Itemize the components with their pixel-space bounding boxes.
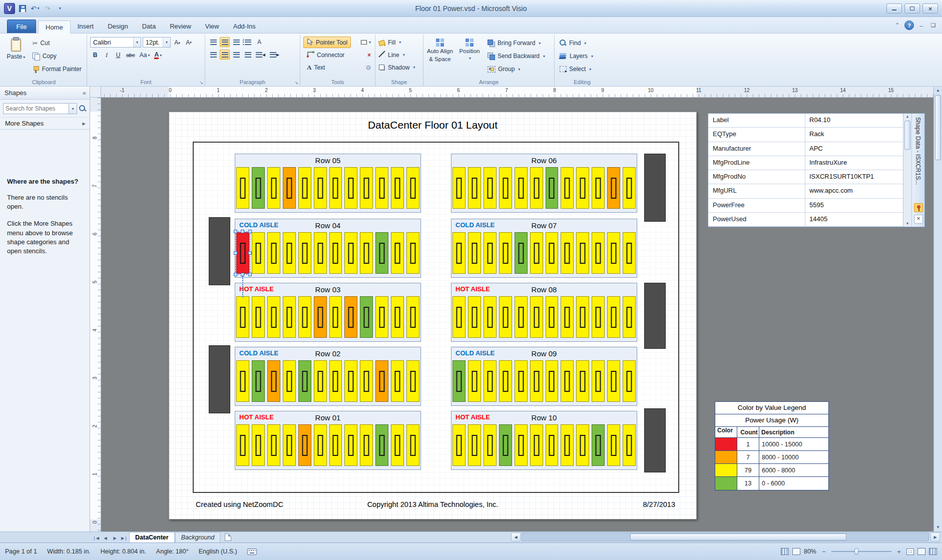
connection-point-button[interactable]: × (367, 52, 372, 59)
last-page-button[interactable]: ▶❘ (120, 533, 129, 542)
rack[interactable] (391, 296, 404, 338)
rack[interactable] (484, 232, 497, 274)
selection-handle[interactable] (234, 273, 237, 276)
tab-insert[interactable]: Insert (71, 20, 101, 33)
rack[interactable] (375, 232, 388, 274)
keyboard-language-icon[interactable] (247, 548, 257, 555)
search-shapes-input[interactable] (3, 103, 69, 114)
rack[interactable] (344, 360, 357, 402)
rack[interactable] (515, 360, 528, 402)
rack[interactable] (561, 232, 574, 274)
rack[interactable] (499, 296, 512, 338)
align-top-button[interactable] (208, 37, 218, 47)
change-case-button[interactable]: Aa▾ (138, 50, 152, 60)
file-tab[interactable]: File (7, 20, 36, 33)
decrease-indent-button[interactable]: ◂ (254, 50, 267, 60)
more-shapes-button[interactable]: More Shapes (0, 117, 90, 130)
rack[interactable] (484, 167, 497, 209)
rack[interactable] (530, 232, 543, 274)
rack[interactable] (267, 167, 280, 209)
search-icon[interactable] (79, 105, 87, 113)
rack[interactable] (267, 360, 280, 402)
switch-windows-icon[interactable] (929, 548, 937, 555)
selected-rack[interactable] (236, 232, 249, 274)
selection-handle[interactable] (241, 230, 244, 233)
rack[interactable] (298, 360, 311, 402)
layers-button[interactable]: Layers▾ (558, 51, 607, 62)
hscroll-left-icon[interactable]: ◀ (511, 532, 521, 541)
rack[interactable] (344, 167, 357, 209)
rack[interactable] (623, 232, 636, 274)
rack[interactable] (530, 296, 543, 338)
page-indicator[interactable]: Page 1 of 1 (5, 548, 37, 555)
rack[interactable] (592, 296, 605, 338)
rack[interactable] (546, 360, 559, 402)
selection-handle[interactable] (248, 251, 252, 255)
insert-page-button[interactable] (225, 533, 231, 541)
rack[interactable] (452, 424, 465, 466)
rack[interactable] (576, 167, 589, 209)
help-button[interactable]: ? (904, 21, 914, 30)
rack[interactable] (406, 232, 419, 274)
fit-page-button[interactable] (906, 548, 914, 555)
page-width-view-icon[interactable] (792, 548, 800, 555)
rack[interactable] (546, 167, 559, 209)
rack[interactable] (484, 424, 497, 466)
rack[interactable] (607, 296, 620, 338)
shape-width[interactable]: Width: 0.185 in. (47, 548, 91, 555)
rack[interactable] (561, 424, 574, 466)
selection-handle[interactable] (248, 273, 252, 276)
crac-unit[interactable] (644, 154, 666, 222)
rack[interactable] (406, 167, 419, 209)
rack[interactable] (267, 296, 280, 338)
align-left-button[interactable] (208, 50, 218, 60)
rack[interactable] (267, 424, 280, 466)
rack[interactable] (314, 296, 327, 338)
rack[interactable] (607, 424, 620, 466)
rack[interactable] (515, 296, 528, 338)
font-size-combo[interactable]: 12pt.▾ (143, 37, 171, 48)
rack[interactable] (252, 296, 265, 338)
rack[interactable] (607, 167, 620, 209)
bold-button[interactable]: B (90, 50, 100, 60)
pan-zoom-window-icon[interactable] (917, 548, 925, 555)
rack[interactable] (546, 424, 559, 466)
rack[interactable] (236, 424, 249, 466)
rack[interactable] (592, 424, 605, 466)
rack[interactable] (391, 232, 404, 274)
rack[interactable] (329, 167, 342, 209)
auto-align-space-button[interactable]: Auto Align & Space (426, 36, 453, 78)
zoom-slider[interactable] (831, 551, 891, 552)
scrollbar-thumb[interactable] (935, 95, 941, 160)
rack[interactable] (252, 424, 265, 466)
shadow-button[interactable]: Shadow▾ (378, 61, 420, 74)
rack[interactable] (468, 424, 481, 466)
doc-minimize-button[interactable]: – (916, 21, 926, 30)
rack[interactable] (623, 296, 636, 338)
scroll-down-icon[interactable]: ▼ (934, 523, 942, 531)
shape-data-field-value[interactable]: APC (805, 142, 903, 156)
rack[interactable] (406, 424, 419, 466)
rack[interactable] (592, 167, 605, 209)
selection-handle[interactable] (248, 230, 252, 233)
shape-height[interactable]: Height: 0.804 in. (101, 548, 146, 555)
rack[interactable] (499, 424, 512, 466)
rack[interactable] (530, 424, 543, 466)
rack[interactable] (236, 296, 249, 338)
rack[interactable] (607, 360, 620, 402)
minimize-button[interactable] (886, 4, 902, 14)
font-family-combo[interactable]: Calibri▾ (90, 37, 141, 48)
rack[interactable] (484, 296, 497, 338)
scrollbar-thumb[interactable] (630, 533, 846, 540)
rack[interactable] (515, 232, 528, 274)
collapse-panel-icon[interactable]: « (83, 87, 86, 99)
zoom-in-button[interactable]: + (895, 547, 903, 555)
rack[interactable] (252, 167, 265, 209)
copy-button[interactable]: Copy (31, 51, 84, 62)
rack[interactable] (406, 360, 419, 402)
rack[interactable] (576, 296, 589, 338)
align-middle-button[interactable] (220, 37, 230, 47)
rack[interactable] (314, 232, 327, 274)
rack[interactable] (452, 296, 465, 338)
select-button[interactable]: Select▾ (558, 64, 607, 75)
